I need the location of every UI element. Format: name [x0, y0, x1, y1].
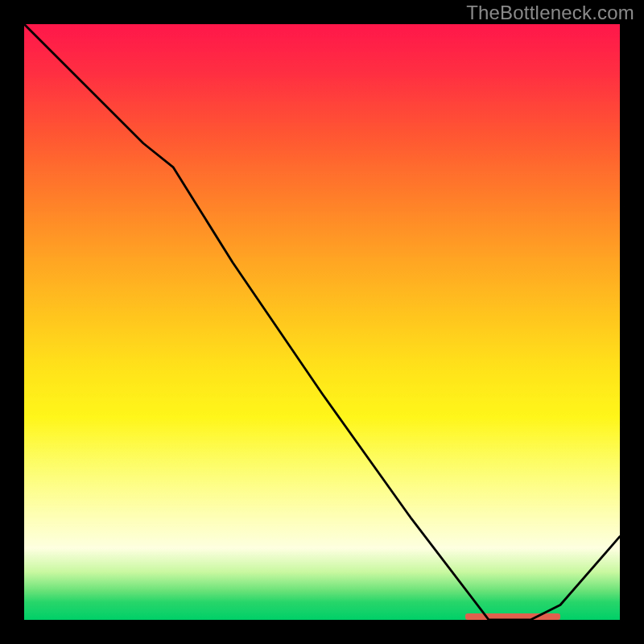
chart-frame: TheBottleneck.com	[0, 0, 644, 644]
plot-area	[24, 24, 620, 620]
watermark-text: TheBottleneck.com	[466, 2, 634, 24]
curve-svg	[24, 24, 620, 620]
bottleneck-curve	[24, 24, 620, 620]
